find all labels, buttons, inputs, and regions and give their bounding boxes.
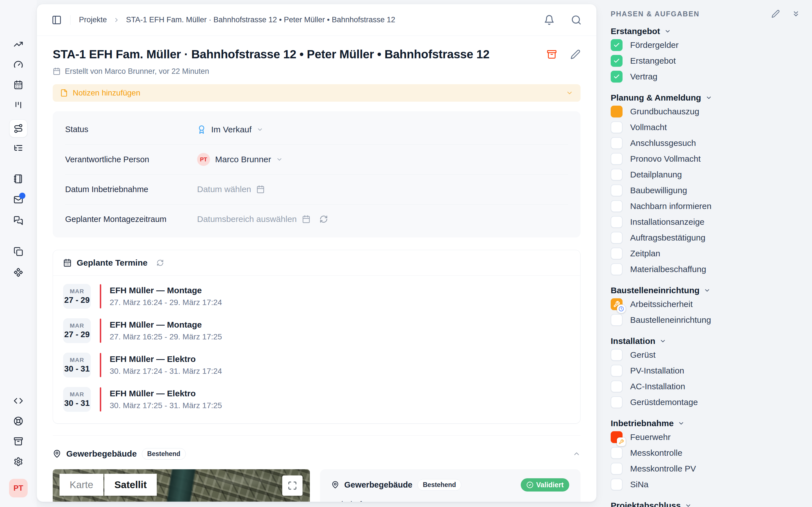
task-checkbox[interactable] — [611, 263, 622, 275]
task-checkbox[interactable] — [611, 71, 622, 82]
search-icon[interactable] — [571, 15, 581, 25]
calendar-icon — [53, 67, 61, 75]
event-list-item[interactable]: MAR 27 - 29 EFH Müller — Montage 27. Mär… — [63, 314, 570, 348]
collapse-chevron-up-icon[interactable] — [573, 450, 580, 458]
sidebar-item-contacts-icon[interactable] — [13, 174, 23, 184]
task-row[interactable]: Gerüst — [611, 347, 800, 363]
breadcrumb-root[interactable]: Projekte — [79, 15, 107, 24]
task-label: Messkontrolle — [630, 448, 682, 458]
person-dropdown[interactable]: PT Marco Brunner — [197, 153, 283, 166]
task-checkbox[interactable] — [611, 137, 622, 149]
task-checkbox[interactable] — [611, 232, 622, 244]
phase-label: Erstangebot — [611, 26, 660, 36]
task-checkbox[interactable] — [611, 463, 622, 474]
event-list-item[interactable]: MAR 30 - 31 EFH Müller — Elektro 30. Mär… — [63, 382, 570, 416]
task-row[interactable]: Vollmacht — [611, 119, 800, 135]
task-label: Gerüst — [630, 350, 656, 360]
task-row[interactable]: SiNa — [611, 476, 800, 492]
sidebar-item-trending-icon[interactable] — [13, 40, 23, 49]
task-row[interactable]: Auftragsbestätigung — [611, 230, 800, 245]
sidebar-item-settings-icon[interactable] — [13, 457, 23, 466]
task-checkbox[interactable] — [611, 431, 622, 443]
edit-title-icon[interactable] — [570, 49, 580, 59]
sidebar-item-archive-icon[interactable] — [13, 437, 23, 446]
add-notes-banner[interactable]: Notizen hinzufügen — [53, 84, 580, 102]
task-checkbox[interactable] — [611, 39, 622, 51]
event-list-item[interactable]: MAR 27 - 29 EFH Müller — Montage 27. Mär… — [63, 279, 570, 314]
sidebar-item-kanban-icon[interactable] — [13, 100, 23, 110]
task-checkbox[interactable] — [611, 121, 622, 133]
task-checkbox[interactable] — [611, 365, 622, 377]
sidebar-item-mail-icon[interactable] — [13, 195, 23, 205]
daterange-picker[interactable]: Datumsbereich auswählen — [197, 214, 328, 224]
task-row[interactable]: Installationsanzeige — [611, 214, 800, 230]
map-type-satellit-button[interactable]: Satellit — [104, 474, 157, 496]
map-type-karte-button[interactable]: Karte — [59, 474, 103, 496]
phase-header[interactable]: Inbetriebnahme — [611, 417, 800, 429]
task-checkbox[interactable] — [611, 247, 622, 260]
sidebar-item-calendar-icon[interactable] — [13, 80, 23, 90]
collapse-all-icon[interactable] — [792, 10, 800, 18]
task-row[interactable]: Zeitplan — [611, 245, 800, 262]
task-row[interactable]: Baustelleneinrichtung — [611, 312, 800, 328]
notifications-bell-icon[interactable] — [544, 15, 555, 25]
task-row[interactable]: PV-Installation — [611, 363, 800, 379]
task-checkbox[interactable] — [611, 169, 622, 180]
chevron-down-icon[interactable] — [566, 89, 573, 97]
edit-phases-icon[interactable] — [771, 10, 780, 18]
event-list-item[interactable]: MAR 30 - 31 EFH Müller — Elektro 30. Mär… — [63, 348, 570, 382]
task-row[interactable]: Gerüstdemontage — [611, 394, 800, 410]
task-checkbox[interactable] — [611, 216, 622, 228]
sidebar-item-dashboard-icon[interactable] — [13, 60, 23, 69]
sidebar-item-components-icon[interactable] — [13, 268, 23, 277]
task-row[interactable]: Nachbarn informieren — [611, 198, 800, 214]
task-row[interactable]: Messkontrolle — [611, 445, 800, 461]
task-row[interactable]: Vertrag — [611, 69, 800, 84]
task-checkbox[interactable] — [611, 349, 622, 361]
sidebar-item-list-tree-icon[interactable] — [13, 143, 23, 153]
task-row[interactable]: Materialbeschaffung — [611, 262, 800, 277]
task-checkbox[interactable] — [611, 184, 622, 196]
task-row[interactable]: Messkontrolle PV — [611, 461, 800, 476]
task-checkbox[interactable] — [611, 381, 622, 392]
satellite-map[interactable]: Karte Satellit — [53, 469, 310, 502]
task-checkbox[interactable] — [611, 153, 622, 165]
sidebar-item-code-icon[interactable] — [13, 396, 23, 406]
task-row[interactable]: Grundbuchauszug — [611, 104, 800, 119]
task-row[interactable]: Baubewilligung — [611, 182, 800, 198]
task-row[interactable]: Fördergelder — [611, 37, 800, 53]
panel-toggle-icon[interactable] — [52, 15, 62, 25]
task-checkbox[interactable] — [611, 447, 622, 459]
phase-header[interactable]: Installation — [611, 335, 800, 347]
task-checkbox[interactable] — [611, 106, 622, 117]
task-row[interactable]: AC-Installation — [611, 379, 800, 394]
phase-header[interactable]: Planung & Anmeldung — [611, 92, 800, 104]
task-row[interactable]: Anschlussgesuch — [611, 135, 800, 151]
task-row[interactable]: Arbeitssicherheit — [611, 296, 800, 312]
task-checkbox[interactable] — [611, 298, 622, 310]
task-row[interactable]: Erstangebot — [611, 53, 800, 69]
refresh-icon[interactable] — [319, 215, 328, 223]
sidebar-item-projects-active[interactable] — [9, 119, 28, 137]
task-checkbox[interactable] — [611, 478, 622, 490]
task-checkbox[interactable] — [611, 55, 622, 67]
task-checkbox[interactable] — [611, 396, 622, 408]
map-fullscreen-button[interactable] — [282, 475, 303, 496]
task-row[interactable]: Pronovo Vollmacht — [611, 151, 800, 167]
status-dropdown[interactable]: Im Verkauf — [197, 125, 263, 134]
phase-header[interactable]: Erstangebot — [611, 25, 800, 37]
refresh-icon[interactable] — [156, 259, 164, 267]
phase-header[interactable]: Projektabschluss — [611, 500, 800, 507]
task-row[interactable]: Feuerwehr — [611, 429, 800, 445]
app-logo-icon[interactable] — [10, 10, 26, 26]
user-avatar[interactable]: PT — [9, 479, 28, 497]
archive-project-icon[interactable] — [547, 49, 557, 59]
sidebar-item-help-icon[interactable] — [13, 416, 23, 426]
sidebar-item-documents-icon[interactable] — [13, 247, 23, 256]
task-row[interactable]: Detailplanung — [611, 167, 800, 182]
task-checkbox[interactable] — [611, 200, 622, 212]
sidebar-item-chat-icon[interactable] — [13, 216, 23, 225]
date-picker[interactable]: Datum wählen — [197, 184, 265, 194]
phase-header[interactable]: Baustelleneinrichtung — [611, 284, 800, 296]
task-checkbox[interactable] — [611, 314, 622, 326]
